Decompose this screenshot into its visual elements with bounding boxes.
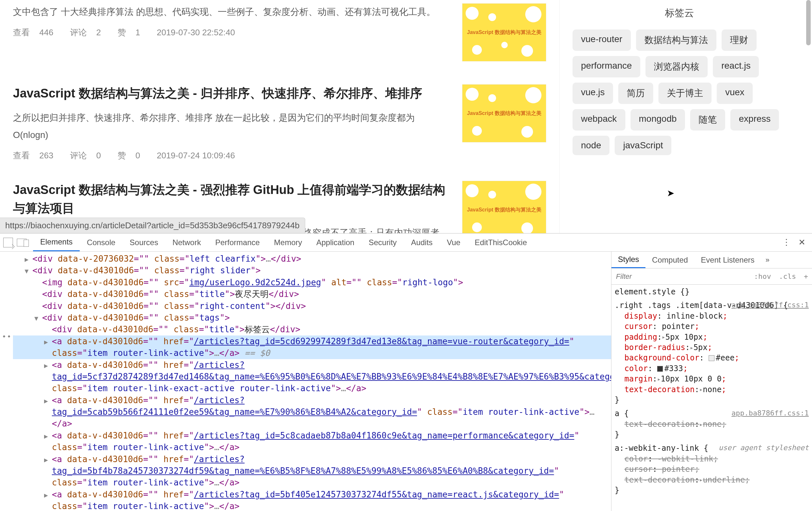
inspect-icon[interactable] <box>3 238 13 247</box>
chevron-right-icon[interactable]: » <box>761 256 774 264</box>
cls-toggle[interactable]: .cls <box>775 272 800 280</box>
article-title[interactable]: JavaScript 数据结构与算法之美 - 归并排序、快速排序、希尔排序、堆排… <box>13 84 449 103</box>
css-rule[interactable]: app.ba8786ff.css:1.right .tags .item[dat… <box>615 300 809 405</box>
comments: 评论 0 <box>70 151 108 160</box>
article-thumb[interactable]: JavaScript 数据结构与算法之美 <box>462 84 546 143</box>
tag-简历[interactable]: 简历 <box>618 83 653 104</box>
tab-vue[interactable]: Vue <box>440 234 468 251</box>
browser-content: 文中包含了 十大经典排序算法 的思想、代码实现、一些例子、复杂度分析、动画、还有… <box>0 0 812 233</box>
css-rules[interactable]: element.style {}app.ba8786ff.css:1.right… <box>611 284 812 511</box>
tagcloud: vue-router数据结构与算法理财performance浏览器内核react… <box>573 29 786 155</box>
dom-node[interactable]: ▼<div data-v-d43010d6="" class="right sl… <box>13 265 611 276</box>
styles-filter: :hov .cls + <box>611 268 812 284</box>
sidebar: 标签云 vue-router数据结构与算法理财performance浏览器内核r… <box>559 0 799 233</box>
views: 查看 263 <box>13 151 61 160</box>
tab-memory[interactable]: Memory <box>267 234 310 251</box>
kebab-icon[interactable]: ⋮ <box>778 237 795 247</box>
article-item: 文中包含了 十大经典排序算法 的思想、代码实现、一些例子、复杂度分析、动画、还有… <box>13 3 546 65</box>
tag-express[interactable]: express <box>730 109 779 130</box>
tab-console[interactable]: Console <box>80 234 122 251</box>
dom-node[interactable]: ▶<a data-v-d43010d6="" href="/articles?t… <box>13 335 611 359</box>
dom-node[interactable]: <div data-v-d43010d6="" class="title">标签… <box>13 324 611 335</box>
tag-随笔[interactable]: 随笔 <box>690 109 725 130</box>
styles-tab-styles[interactable]: Styles <box>611 251 645 268</box>
tag-浏览器内核[interactable]: 浏览器内核 <box>645 56 708 78</box>
styles-tab-event-listeners[interactable]: Event Listeners <box>694 251 761 268</box>
article-excerpt: 文中包含了 十大经典排序算法 的思想、代码实现、一些例子、复杂度分析、动画、还有… <box>13 3 449 21</box>
dom-tree[interactable]: ••• ▶<div data-v-20736032="" class="left… <box>0 251 611 511</box>
article-thumb[interactable]: JavaScript 数据结构与算法之美 <box>462 181 546 233</box>
add-rule-icon[interactable]: + <box>800 272 812 280</box>
date: 2019-07-24 10:09:46 <box>157 151 235 160</box>
tab-editthiscookie[interactable]: EditThisCookie <box>468 234 534 251</box>
dom-node[interactable]: ▶<div data-v-20736032="" class="left cle… <box>13 253 611 265</box>
tag-webpack[interactable]: webpack <box>573 109 626 130</box>
css-rule[interactable]: app.ba8786ff.css:1a {text-decoration:▸no… <box>615 408 809 440</box>
tag-node[interactable]: node <box>573 136 609 155</box>
tab-sources[interactable]: Sources <box>122 234 165 251</box>
dom-node[interactable]: ▶<a data-v-d43010d6="" href="/articles?t… <box>13 430 611 453</box>
article-title[interactable]: JavaScript 数据结构与算法之美 - 强烈推荐 GitHub 上值得前端… <box>13 181 449 218</box>
filter-input[interactable] <box>611 272 750 281</box>
article-list: 文中包含了 十大经典排序算法 的思想、代码实现、一些例子、复杂度分析、动画、还有… <box>13 0 559 233</box>
article-item: JavaScript 数据结构与算法之美 - 归并排序、快速排序、希尔排序、堆排… <box>13 84 546 161</box>
dom-node[interactable]: ▶<a data-v-d43010d6="" href="/articles?t… <box>13 359 611 394</box>
tag-vue.js[interactable]: vue.js <box>573 83 613 104</box>
dom-node[interactable]: ▶<a data-v-d43010d6="" href="/articles?t… <box>13 489 611 511</box>
tab-performance[interactable]: Performance <box>208 234 267 251</box>
tab-elements[interactable]: Elements <box>33 234 80 251</box>
article-meta: 查看 263 评论 0 赞 0 2019-07-24 10:09:46 <box>13 150 449 161</box>
tag-vue-router[interactable]: vue-router <box>573 29 631 51</box>
styles-tabs: StylesComputedEvent Listeners» <box>611 251 812 268</box>
dom-node[interactable]: <img data-v-d43010d6="" src="img/userLog… <box>13 276 611 288</box>
tag-数据结构与算法[interactable]: 数据结构与算法 <box>636 29 717 51</box>
thumb-caption: JavaScript 数据结构与算法之美 <box>467 207 541 213</box>
thumb-caption: JavaScript 数据结构与算法之美 <box>467 110 541 117</box>
device-toggle-icon[interactable] <box>17 239 27 246</box>
dom-node[interactable]: ▼<div data-v-d43010d6="" class="tags"> <box>13 312 611 324</box>
css-rule[interactable]: element.style {} <box>615 287 809 297</box>
tagcloud-title: 标签云 <box>573 6 786 20</box>
thumb-caption: JavaScript 数据结构与算法之美 <box>467 29 541 36</box>
tab-network[interactable]: Network <box>165 234 208 251</box>
tab-audits[interactable]: Audits <box>404 234 440 251</box>
styles-tab-computed[interactable]: Computed <box>645 251 694 268</box>
tag-performance[interactable]: performance <box>573 56 640 78</box>
status-bar-url: https://biaochenxuying.cn/articleDetail?… <box>0 218 305 233</box>
likes: 赞 0 <box>118 151 147 160</box>
scrollbar[interactable] <box>806 0 811 45</box>
tab-application[interactable]: Application <box>309 234 361 251</box>
devtools: ElementsConsoleSourcesNetworkPerformance… <box>0 233 812 511</box>
comments: 评论 2 <box>70 28 108 37</box>
css-rule[interactable]: user agent stylesheeta:-webkit-any-link … <box>615 443 809 495</box>
dom-node[interactable]: ▶<a data-v-d43010d6="" href="/articles?t… <box>13 453 611 489</box>
tab-security[interactable]: Security <box>361 234 404 251</box>
hov-toggle[interactable]: :hov <box>750 272 775 280</box>
article-meta: 查看 446 评论 2 赞 1 2019-07-30 22:52:40 <box>13 27 449 38</box>
dom-node[interactable]: ▶<a data-v-d43010d6="" href="/articles?t… <box>13 394 611 430</box>
styles-pane: StylesComputedEvent Listeners» :hov .cls… <box>611 251 812 511</box>
devtools-tabs: ElementsConsoleSourcesNetworkPerformance… <box>0 234 812 251</box>
tag-react.js[interactable]: react.js <box>713 56 759 78</box>
likes: 赞 1 <box>118 28 147 37</box>
article-excerpt: 之所以把归并排序、快速排序、希尔排序、堆排序 放在一起比较，是因为它们的平均时间… <box>13 109 449 144</box>
views: 查看 446 <box>13 28 61 37</box>
tag-javaScript[interactable]: javaScript <box>615 136 671 155</box>
tag-关于博主[interactable]: 关于博主 <box>659 83 712 104</box>
dom-node[interactable]: <div data-v-d43010d6="" class="right-con… <box>13 300 611 312</box>
tag-理财[interactable]: 理财 <box>722 29 757 51</box>
dom-node[interactable]: <div data-v-d43010d6="" class="title">夜尽… <box>13 288 611 300</box>
tag-mongodb[interactable]: mongodb <box>631 109 685 130</box>
tag-vuex[interactable]: vuex <box>717 83 753 104</box>
date: 2019-07-30 22:52:40 <box>157 28 235 37</box>
close-icon[interactable]: ✕ <box>795 237 809 247</box>
article-thumb[interactable]: JavaScript 数据结构与算法之美 <box>462 3 546 62</box>
